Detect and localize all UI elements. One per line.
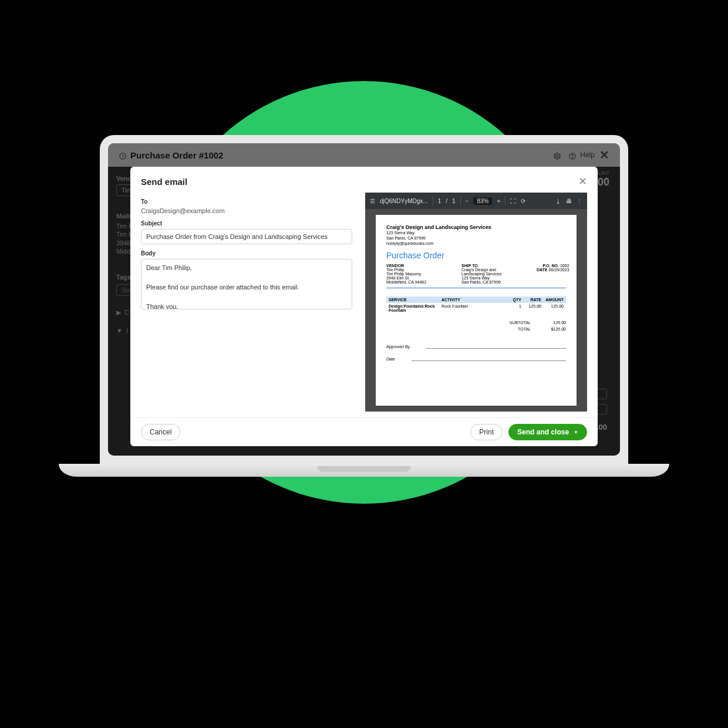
modal-title: Send email — [141, 177, 187, 187]
pdf-filename: djQ6NDYyMDgx... — [380, 198, 428, 204]
send-and-close-button[interactable]: Send and close▼ — [508, 424, 587, 440]
subject-input[interactable] — [141, 229, 352, 244]
po-number-value: 1002 — [560, 264, 569, 268]
print-button[interactable]: Print — [470, 424, 503, 440]
po-doc-title: Purchase Order — [386, 251, 566, 260]
po-shipto-heading: SHIP TO — [461, 264, 526, 268]
to-label: To — [141, 198, 352, 205]
app-window: Purchase Order #1002 Help ✕ AMOUNT .00 V… — [108, 143, 620, 456]
menu-icon[interactable]: ☰ — [370, 198, 375, 204]
po-totals: SUBTOTAL125.00 TOTAL$125.00 — [386, 319, 566, 332]
po-item-row: Design:Fountains:Rock Fountain Rock Foun… — [386, 303, 566, 314]
print-icon[interactable]: 🖶 — [566, 198, 572, 204]
chevron-down-icon: ▼ — [574, 430, 578, 435]
modal-close-icon[interactable]: ✕ — [578, 175, 587, 188]
po-company: Craig's Design and Landscaping Services — [386, 224, 566, 230]
rotate-icon[interactable]: ⟳ — [521, 198, 525, 204]
po-number-label: P.O. NO. — [543, 264, 560, 268]
zoom-out-icon[interactable]: − — [466, 198, 469, 204]
zoom-in-icon[interactable]: + — [497, 198, 500, 204]
email-form: To CraigsDesign@example.com Subject Body — [141, 193, 352, 412]
subject-label: Subject — [141, 220, 352, 227]
cancel-button[interactable]: Cancel — [141, 424, 180, 440]
po-approved-label: Approved By — [386, 345, 410, 349]
po-date-label: DATE — [537, 268, 548, 272]
po-company-address: 123 Sierra Way San Pablo, CA 87999 norep… — [386, 230, 566, 246]
zoom-level[interactable]: 83% — [473, 197, 492, 205]
body-label: Body — [141, 250, 352, 257]
po-shipto-address: Craig's Design and Landscaping Services … — [461, 268, 526, 284]
send-email-modal: Send email ✕ To CraigsDesign@example.com… — [130, 167, 598, 446]
laptop-frame: Purchase Order #1002 Help ✕ AMOUNT .00 V… — [59, 135, 669, 470]
po-vendor-heading: VENDOR — [386, 264, 451, 268]
po-date-value: 06/29/2023 — [549, 268, 569, 272]
pdf-page-total: 1 — [452, 198, 456, 204]
to-value[interactable]: CraigsDesign@example.com — [141, 207, 352, 214]
fit-page-icon[interactable]: ⛶ — [510, 198, 516, 204]
body-textarea[interactable] — [141, 259, 352, 309]
pdf-page-current: 1 — [438, 198, 441, 204]
more-icon[interactable]: ⋮ — [577, 198, 582, 204]
modal-footer: Cancel Print Send and close▼ — [130, 417, 598, 446]
po-date-sig-label: Date — [386, 357, 395, 361]
download-icon[interactable]: ⭳ — [555, 198, 561, 204]
pdf-toolbar: ☰ djQ6NDYyMDgx... 1 / 1 − 83% + ⛶ — [365, 193, 587, 209]
po-vendor-address: Tim Philip Tim Philip Masonry 3948 Elm S… — [386, 268, 451, 284]
po-items-header: SERVICE ACTIVITY QTY RATE AMOUNT — [386, 296, 566, 303]
po-document: Craig's Design and Landscaping Services … — [376, 215, 577, 406]
pdf-preview: ☰ djQ6NDYyMDgx... 1 / 1 − 83% + ⛶ — [365, 193, 587, 412]
